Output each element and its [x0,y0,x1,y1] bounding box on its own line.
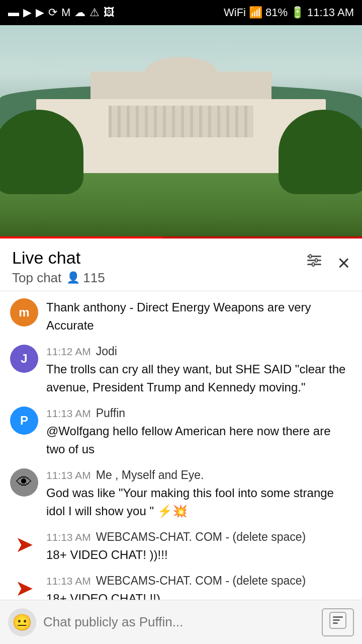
emoji-icon: 😐 [12,613,32,632]
message-time: 11:13 AM [46,531,91,543]
avatar: m [10,298,38,327]
list-item: m Thank anthony - Direct Energy Weapons … [0,291,362,338]
chat-header-left: Live chat Top chat 👤 115 [12,248,105,286]
message-author: WEBCAMS-CHAT. COM - (delete space) [96,574,306,588]
message-content: Thank anthony - Direct Energy Weapons ar… [46,298,352,335]
avatar: J [10,345,38,373]
svg-rect-8 [333,619,340,621]
play-icon2: ▶ [36,6,44,19]
svg-rect-4 [315,259,317,262]
list-item: J 11:12 AM Jodi The trolls can cry all t… [0,338,362,399]
status-indicators: WiFi 📶 81% 🔋 11:13 AM [224,6,354,19]
chat-messages-area: m Thank anthony - Direct Energy Weapons … [0,291,362,644]
send-icon [329,611,347,633]
list-item: P 11:13 AM Puffin @Wolfgang hello fellow… [0,399,362,461]
message-text: Thank anthony - Direct Energy Weapons ar… [46,298,352,335]
person-icon: 👤 [66,271,80,284]
signal-icon: 📶 [249,6,262,19]
cloud-icon: ☁ [74,6,85,19]
emoji-button[interactable]: 😐 [8,608,36,636]
message-time: 11:13 AM [46,408,91,420]
message-meta: 11:13 AM WEBCAMS-CHAT. COM - (delete spa… [46,574,352,588]
list-item: ➤ 11:13 AM WEBCAMS-CHAT. COM - (delete s… [0,523,362,567]
status-bar: ▬ ▶ ▶ ⟳ M ☁ ⚠ 🖼 WiFi 📶 81% 🔋 11:13 AM [0,0,362,25]
message-content: 11:13 AM WEBCAMS-CHAT. COM - (delete spa… [46,530,352,564]
message-meta: 11:13 AM Me , Myself and Eye. [46,468,352,482]
message-meta: 11:12 AM Jodi [46,345,352,358]
svg-rect-5 [312,263,314,266]
message-text: @Wolfgang hello fellow American here now… [46,422,352,458]
chat-header-actions: × [305,248,350,274]
close-icon[interactable]: × [337,253,350,274]
message-text: 18+ VIDEO CHAT! ))!!! [46,546,352,564]
play-icon: ▶ [23,6,32,19]
arrow-icon: ➤ [15,533,34,555]
top-chat-label[interactable]: Top chat [12,270,61,286]
message-meta: 11:13 AM WEBCAMS-CHAT. COM - (delete spa… [46,530,352,544]
svg-rect-7 [333,616,343,618]
viewer-count: 👤 115 [66,270,105,286]
message-time: 11:13 AM [46,469,91,481]
send-button[interactable] [322,608,354,636]
message-author: Puffin [96,407,125,420]
list-item: 👁 11:13 AM Me , Myself and Eye. God was … [0,461,362,523]
chat-title: Live chat [12,248,105,268]
message-content: 11:13 AM Puffin @Wolfgang hello fellow A… [46,407,352,458]
arrow-icon: ➤ [15,577,34,599]
message-author: Me , Myself and Eye. [96,468,204,482]
viewer-count-number: 115 [83,270,105,286]
message-time: 11:12 AM [46,346,91,358]
media-icon: M [61,6,70,19]
message-author: WEBCAMS-CHAT. COM - (delete space) [96,530,306,544]
chat-text-input[interactable] [43,608,315,636]
avatar: 👁 [10,468,38,497]
notification-icons: ▬ ▶ ▶ ⟳ M ☁ ⚠ 🖼 [8,6,115,19]
chat-subtitle: Top chat 👤 115 [12,270,105,286]
message-content: 11:13 AM Me , Myself and Eye. God was li… [46,468,352,520]
time-display: 11:13 AM [307,6,354,19]
video-player[interactable] [0,25,362,236]
message-author: Jodi [96,345,117,358]
avatar: ➤ [10,574,38,602]
chat-input-bar: 😐 [0,600,362,644]
file-icon: ▬ [8,6,19,19]
avatar: ➤ [10,530,38,558]
message-meta: 11:13 AM Puffin [46,407,352,420]
battery-percent: 81% [265,6,288,19]
image-icon: 🖼 [104,6,115,19]
battery-icon: 🔋 [291,6,304,19]
message-content: 11:12 AM Jodi The trolls can cry all the… [46,345,352,396]
message-time: 11:13 AM [46,575,91,587]
chat-header: Live chat Top chat 👤 115 × [0,238,362,291]
avatar: P [10,407,38,435]
svg-rect-3 [309,255,311,258]
svg-rect-1 [307,260,321,261]
svg-rect-9 [333,622,338,624]
alert-icon: ⚠ [89,6,100,19]
sync-icon: ⟳ [48,6,57,19]
filter-icon[interactable] [305,252,323,274]
message-text: The trolls can cry all they want, but SH… [46,360,352,396]
wifi-icon: WiFi [224,6,246,19]
message-text: God was like "Your making this fool into… [46,484,352,520]
